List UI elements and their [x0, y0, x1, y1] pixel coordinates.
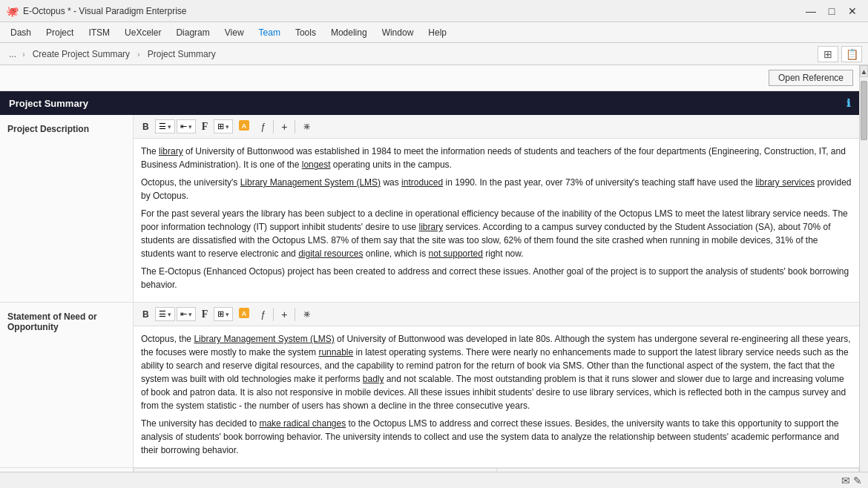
content-wrapper[interactable]: Open Reference Project Summary ℹ Project… [0, 65, 859, 488]
statement-of-need-row: Statement of Need or Opportunity B ☰▾ ⇤▾… [0, 303, 859, 468]
font-button-1[interactable]: F [197, 119, 213, 135]
outdent-dropdown-1[interactable]: ⇤▾ [177, 119, 196, 133]
main-area: Open Reference Project Summary ℹ Project… [0, 65, 868, 488]
svg-text:A: A [242, 310, 247, 317]
open-reference-button[interactable]: Open Reference [769, 70, 853, 86]
status-bar: ✉ ✎ [0, 472, 868, 488]
menu-item-project[interactable]: Project [39, 24, 81, 41]
breadcrumb-create-project-summary[interactable]: Create Project Summary [28, 47, 134, 61]
title-text: E-Octopus * - Visual Paradigm Enterprise [23, 6, 801, 16]
list-dropdown-1[interactable]: ☰▾ [155, 119, 175, 133]
statement-of-need-text[interactable]: Octopus, the Library Management System (… [134, 326, 859, 467]
menu-item-window[interactable]: Window [375, 24, 421, 41]
add-button-2[interactable]: + [277, 306, 292, 323]
scroll-up-button[interactable]: ▲ [860, 65, 868, 77]
scroll-thumb[interactable] [861, 81, 867, 140]
format-button-1[interactable]: ƒ [255, 119, 270, 134]
menu-bar: Dash Project ITSM UeXceler Diagram View … [0, 22, 868, 43]
color-button-1[interactable]: A [234, 118, 254, 135]
project-description-content: B ☰▾ ⇤▾ F ⊞▾ A ƒ + ⛯ The library of U [134, 115, 859, 302]
menu-item-view[interactable]: View [217, 24, 251, 41]
outdent-dropdown-2[interactable]: ⇤▾ [177, 307, 196, 321]
menu-item-modeling[interactable]: Modeling [323, 24, 375, 41]
statement-toolbar: B ☰▾ ⇤▾ F ⊞▾ A ƒ + ⛯ [134, 303, 859, 326]
menu-item-diagram[interactable]: Diagram [168, 24, 217, 41]
breadcrumb-right-icons: ⊞ 📋 [818, 46, 862, 62]
close-button[interactable]: ✕ [843, 4, 862, 19]
minimize-button[interactable]: — [801, 4, 821, 19]
import-button-2[interactable]: ⛯ [298, 307, 316, 322]
menu-item-team[interactable]: Team [251, 24, 288, 41]
menu-item-help[interactable]: Help [421, 24, 454, 41]
bold-button-2[interactable]: B [138, 307, 154, 322]
bold-button-1[interactable]: B [138, 119, 154, 134]
svg-text:A: A [242, 122, 247, 130]
menu-item-itsm[interactable]: ITSM [81, 24, 117, 41]
rte-sep-4 [295, 308, 295, 321]
import-button-1[interactable]: ⛯ [298, 119, 316, 134]
window-controls: — □ ✕ [801, 4, 862, 19]
menu-item-tools[interactable]: Tools [288, 24, 323, 41]
breadcrumb-sep-1: › [22, 50, 25, 59]
font-button-2[interactable]: F [197, 306, 213, 323]
rte-sep-1 [273, 120, 274, 133]
info-icon[interactable]: ℹ [846, 97, 850, 109]
maximize-button[interactable]: □ [822, 4, 841, 19]
email-icon[interactable]: ✉ [841, 475, 850, 487]
edit-icon[interactable]: ✎ [853, 475, 862, 487]
menu-item-uexceler[interactable]: UeXceler [117, 24, 168, 41]
color-button-2[interactable]: A [234, 306, 254, 323]
project-description-text[interactable]: The library of University of Buttonwood … [134, 139, 859, 302]
table-dropdown-1[interactable]: ⊞▾ [214, 119, 233, 133]
statement-of-need-content: B ☰▾ ⇤▾ F ⊞▾ A ƒ + ⛯ Octopus, the Lib [134, 303, 859, 467]
panel-icon-button-1[interactable]: ⊞ [818, 46, 838, 62]
top-toolbar: Open Reference [0, 65, 859, 91]
format-button-2[interactable]: ƒ [255, 307, 270, 322]
project-summary-title: Project Summary [9, 98, 88, 109]
title-bar: 🐙 E-Octopus * - Visual Paradigm Enterpri… [0, 0, 868, 22]
statement-of-need-label: Statement of Need or Opportunity [0, 303, 134, 467]
breadcrumb-bar: ... › Create Project Summary › Project S… [0, 43, 868, 65]
project-summary-header: Project Summary ℹ [0, 91, 859, 115]
menu-item-dash[interactable]: Dash [3, 24, 39, 41]
panel-icon-button-2[interactable]: 📋 [841, 46, 862, 62]
right-scrollbar[interactable]: ▲ ▼ [859, 65, 868, 488]
project-description-row: Project Description B ☰▾ ⇤▾ F ⊞▾ A ƒ + [0, 115, 859, 303]
list-dropdown-2[interactable]: ☰▾ [155, 307, 175, 321]
project-description-label: Project Description [0, 115, 134, 302]
breadcrumb-dots[interactable]: ... [6, 47, 19, 61]
breadcrumb-project-summary[interactable]: Project Summary [143, 47, 220, 61]
scroll-track [860, 77, 868, 476]
project-description-toolbar: B ☰▾ ⇤▾ F ⊞▾ A ƒ + ⛯ [134, 115, 859, 139]
breadcrumb-sep-2: › [137, 50, 140, 59]
app-icon: 🐙 [6, 5, 19, 17]
rte-sep-2 [295, 120, 295, 133]
add-button-1[interactable]: + [277, 119, 292, 135]
rte-sep-3 [273, 308, 274, 321]
table-dropdown-2[interactable]: ⊞▾ [214, 307, 233, 321]
